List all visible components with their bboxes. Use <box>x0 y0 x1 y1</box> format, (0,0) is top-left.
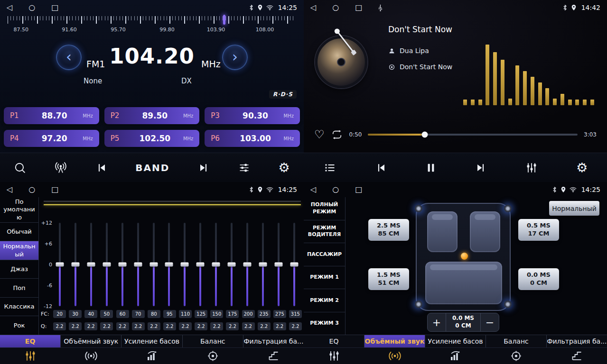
tune-button[interactable] <box>238 162 251 173</box>
playlist-button[interactable] <box>323 162 336 173</box>
preset-button[interactable]: P5 102.50 MHz <box>104 130 200 147</box>
slider-handle[interactable] <box>118 263 126 267</box>
fc-value[interactable]: 200 <box>242 310 255 318</box>
q-value[interactable]: 2.2 <box>289 322 302 330</box>
frequency-scale[interactable] <box>8 16 296 24</box>
eq-band-slider[interactable] <box>225 223 238 306</box>
broadcast-button[interactable] <box>54 162 67 174</box>
tab-balance[interactable]: Баланс <box>486 335 547 347</box>
eq-preset-item[interactable]: Обычай <box>0 223 38 242</box>
eq-band-slider[interactable] <box>131 223 145 306</box>
previous-track-button[interactable] <box>375 162 387 173</box>
q-value[interactable]: 2.2 <box>242 322 255 330</box>
settings-button[interactable]: ⚙ <box>576 161 588 174</box>
fc-value[interactable]: 175 <box>226 310 239 318</box>
slider-handle[interactable] <box>103 263 111 267</box>
q-value[interactable]: 2.2 <box>116 322 129 330</box>
tab-balance[interactable]: Баланс <box>183 335 243 347</box>
previous-station-button[interactable] <box>95 162 108 173</box>
delay-front-right-button[interactable]: 0.5 MS 17 CM <box>518 219 559 241</box>
fc-value[interactable]: 275 <box>273 310 286 318</box>
eq-band-slider[interactable] <box>241 223 254 306</box>
filter-tab-icon-cell[interactable] <box>546 348 607 364</box>
q-value[interactable]: 2.2 <box>210 322 223 330</box>
eq-band-slider[interactable] <box>256 223 270 306</box>
bass-tab-icon-cell[interactable] <box>121 348 182 364</box>
fc-value[interactable]: 95 <box>163 310 176 318</box>
favorite-button[interactable]: ♡ <box>314 129 325 140</box>
seek-down-button[interactable]: ‹ <box>56 45 82 70</box>
home-icon[interactable]: ○ <box>28 4 35 11</box>
eq-band-slider[interactable] <box>116 223 129 306</box>
fc-value[interactable]: 30 <box>69 310 82 318</box>
eq-band-slider[interactable] <box>100 223 113 306</box>
slider-handle[interactable] <box>274 263 282 267</box>
fc-value[interactable]: 20 <box>53 310 66 318</box>
back-icon[interactable]: ◁ <box>7 186 12 193</box>
fc-value[interactable]: 60 <box>116 310 129 318</box>
home-icon[interactable]: ○ <box>332 186 339 193</box>
mode-item[interactable]: ПАССАЖИР <box>304 243 345 266</box>
q-value[interactable]: 2.2 <box>258 322 271 330</box>
next-station-button[interactable] <box>197 162 210 173</box>
eq-band-slider[interactable] <box>53 223 66 306</box>
next-track-button[interactable] <box>475 162 487 173</box>
bass-tab-icon-cell[interactable] <box>425 348 486 364</box>
preset-button[interactable]: P4 97.20 MHz <box>4 130 99 147</box>
eq-band-slider[interactable] <box>209 223 223 306</box>
mode-item[interactable]: РЕЖИМ ВОДИТЕЛЯ <box>304 220 345 244</box>
seek-knob[interactable] <box>421 132 428 138</box>
eq-preset-item[interactable]: Рок <box>0 316 38 335</box>
mode-item[interactable]: РЕЖИМ 1 <box>304 266 345 290</box>
slider-handle[interactable] <box>290 263 298 267</box>
tab-eq[interactable]: EQ <box>304 335 364 347</box>
repeat-button[interactable] <box>331 129 343 140</box>
delay-rear-right-button[interactable]: 0.0 MS 0 CM <box>518 268 559 290</box>
eq-band-slider[interactable] <box>288 223 301 306</box>
preset-button[interactable]: P3 90.30 MHz <box>205 107 300 124</box>
q-value[interactable]: 2.2 <box>163 322 176 330</box>
eq-band-slider[interactable] <box>272 223 285 306</box>
q-value[interactable]: 2.2 <box>100 322 113 330</box>
band-button[interactable]: BAND <box>135 162 169 173</box>
slider-handle[interactable] <box>56 263 64 267</box>
fc-value[interactable]: 40 <box>84 310 97 318</box>
recents-icon[interactable]: □ <box>51 186 58 193</box>
increase-delay-button[interactable]: + <box>428 313 446 331</box>
tab-eq[interactable]: EQ <box>0 335 61 347</box>
back-icon[interactable]: ◁ <box>310 186 316 193</box>
scan-button[interactable] <box>14 162 26 174</box>
recents-icon[interactable]: □ <box>51 4 58 11</box>
back-icon[interactable]: ◁ <box>310 4 316 11</box>
recents-icon[interactable]: □ <box>355 186 362 193</box>
q-value[interactable]: 2.2 <box>273 322 286 330</box>
eq-band-slider[interactable] <box>84 223 98 306</box>
q-value[interactable]: 2.2 <box>132 322 145 330</box>
pause-button[interactable] <box>426 162 436 174</box>
fc-value[interactable]: 70 <box>132 310 145 318</box>
filter-tab-icon-cell[interactable] <box>243 348 304 364</box>
eq-tab-icon-cell[interactable] <box>304 348 364 364</box>
slider-handle[interactable] <box>212 263 220 267</box>
slider-handle[interactable] <box>196 263 205 267</box>
slider-handle[interactable] <box>181 263 189 267</box>
eq-band-slider[interactable] <box>69 223 82 306</box>
home-icon[interactable]: ○ <box>28 186 35 193</box>
surround-tab-icon-cell[interactable] <box>364 348 425 364</box>
slider-handle[interactable] <box>243 263 252 267</box>
mode-item[interactable]: РЕЖИМ 2 <box>304 289 345 312</box>
delay-rear-left-button[interactable]: 1.5 MS 51 CM <box>368 268 409 290</box>
q-value[interactable]: 2.2 <box>226 322 239 330</box>
fc-value[interactable]: 150 <box>210 310 223 318</box>
slider-handle[interactable] <box>71 263 79 267</box>
tab-filter[interactable]: Фильтрация ба... <box>547 335 607 347</box>
back-icon[interactable]: ◁ <box>7 4 12 11</box>
slider-handle[interactable] <box>87 263 95 267</box>
eq-band-slider[interactable] <box>147 223 160 306</box>
q-value[interactable]: 2.2 <box>179 322 192 330</box>
tab-bass-boost[interactable]: Усиление басов <box>121 335 182 347</box>
balance-tab-icon-cell[interactable] <box>486 348 546 364</box>
mode-item[interactable]: ПОЛНЫЙ РЕЖИМ <box>304 197 345 220</box>
surround-tab-icon-cell[interactable] <box>61 348 121 364</box>
eq-band-slider[interactable] <box>162 223 176 306</box>
